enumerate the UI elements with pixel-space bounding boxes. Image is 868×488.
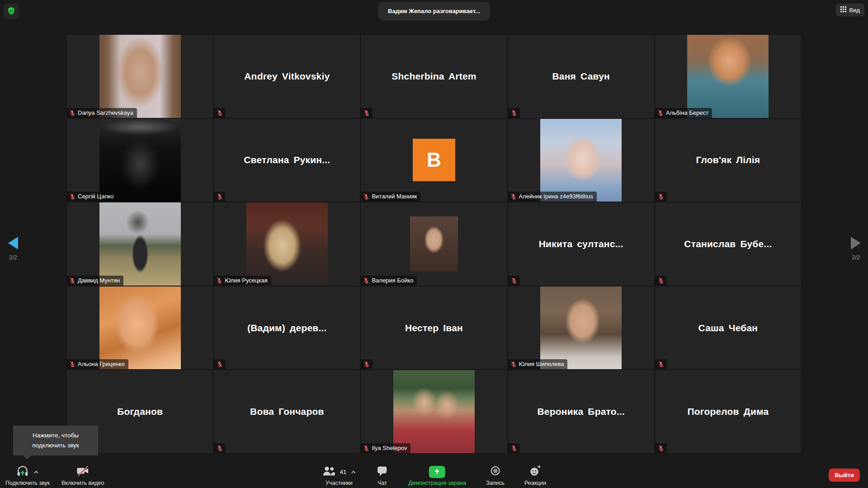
active-speaker-indicator: Вадим Жепало разговаривает... <box>378 2 490 20</box>
participant-tile[interactable]: Саша Чебан <box>655 286 801 370</box>
view-button[interactable]: Вид <box>836 4 864 16</box>
participant-video <box>540 119 622 202</box>
participant-tile[interactable]: Альона Гриценко <box>67 286 213 370</box>
muted-mic-icon <box>658 193 664 200</box>
start-video-label: Включить видео <box>61 480 104 486</box>
participant-tile[interactable]: Shcherbina Artem <box>361 35 507 118</box>
participant-name: Shcherbina Artem <box>361 35 507 118</box>
participant-video <box>410 216 458 272</box>
reactions-smiley-icon <box>529 465 542 479</box>
chat-button[interactable]: Чат <box>376 465 388 488</box>
participant-tile[interactable]: Нестер Іван <box>361 286 507 370</box>
next-page-arrow-icon[interactable] <box>851 237 861 249</box>
muted-mic-icon <box>511 445 517 451</box>
participant-name: Даввид Мунтян <box>78 277 120 284</box>
participant-name-tag: Юлия Шипелева <box>508 359 568 369</box>
muted-mic-badge <box>214 443 226 453</box>
participant-name-tag: Валерия Бойко <box>361 276 417 286</box>
participant-name-tag: Виталий Манияк <box>361 192 420 202</box>
participant-tile[interactable]: Альбіна Берест <box>655 35 801 118</box>
muted-mic-badge <box>214 359 226 369</box>
participant-video <box>99 35 181 118</box>
muted-mic-icon <box>217 445 223 451</box>
participant-name: Альбіна Берест <box>666 109 708 117</box>
participant-tile[interactable]: ВВиталий Манияк <box>361 119 507 202</box>
muted-mic-icon <box>69 277 75 284</box>
muted-mic-icon <box>217 361 223 367</box>
participant-tile[interactable]: Глов'як Лілія <box>655 119 801 202</box>
participant-name: Никита султанс... <box>508 202 654 286</box>
participant-name: Станислав Бубе... <box>655 202 801 286</box>
muted-mic-icon <box>658 445 664 451</box>
muted-mic-icon <box>363 110 370 116</box>
participant-name: Алейник Ірина z4e93f6t8ius <box>519 193 593 200</box>
participant-video <box>99 286 181 370</box>
muted-mic-icon <box>658 361 664 367</box>
muted-mic-icon <box>216 277 222 284</box>
participant-name: Глов'як Лілія <box>655 119 801 202</box>
audio-options-chevron-icon[interactable] <box>33 468 39 476</box>
start-video-button[interactable]: Включить видео <box>61 465 104 488</box>
muted-mic-badge <box>214 192 226 202</box>
participant-name-tag: Альона Гриценко <box>67 359 128 369</box>
participant-tile[interactable]: Юлия Шипелева <box>508 286 654 370</box>
participant-tile[interactable]: Светлана Рукин... <box>214 119 360 202</box>
security-shield-button[interactable] <box>4 4 19 19</box>
page-indicator-left: 2/2 <box>6 254 20 261</box>
participants-icon <box>322 465 335 479</box>
participant-tile[interactable]: Ваня Савун <box>508 35 654 118</box>
participant-name: Ilya Shelepov <box>372 445 407 452</box>
join-audio-button[interactable]: Подключить звук <box>5 465 50 488</box>
participant-name-tag: Ilya Shelepov <box>361 443 410 453</box>
participant-tile[interactable]: Погорелов Дима <box>655 370 801 453</box>
leave-meeting-button[interactable]: Выйти <box>829 469 860 482</box>
participant-tile[interactable]: (Вадим) дерев... <box>214 286 360 370</box>
record-icon <box>489 465 501 479</box>
participant-tile[interactable]: Andrey Vitkovskiy <box>214 35 360 118</box>
participant-name: Юлия Русецкая <box>225 277 268 284</box>
participant-name-tag: Алейник Ірина z4e93f6t8ius <box>508 192 597 202</box>
participant-name: Альона Гриценко <box>78 361 125 368</box>
participant-name: Andrey Vitkovskiy <box>214 35 360 118</box>
gallery-prev-page: 2/2 <box>6 237 20 261</box>
muted-mic-icon <box>510 361 517 367</box>
record-label: Запись <box>486 480 505 486</box>
join-audio-tooltip: Нажмите, чтобы подключить звук <box>13 426 98 455</box>
participant-tile[interactable]: Алейник Ірина z4e93f6t8ius <box>508 119 654 202</box>
participant-name: Юлия Шипелева <box>519 361 564 368</box>
participant-name-tag: Альбіна Берест <box>655 108 712 118</box>
participant-tile[interactable]: Ilya Shelepov <box>361 370 507 453</box>
participant-tile[interactable]: Dariya Sarzhevskaya <box>67 35 213 118</box>
muted-mic-badge <box>655 443 667 453</box>
participant-tile[interactable]: Даввид Мунтян <box>67 202 213 286</box>
participant-avatar: В <box>413 139 455 181</box>
share-screen-icon <box>429 466 445 478</box>
participant-tile[interactable]: Юлия Русецкая <box>214 202 360 286</box>
participant-tile[interactable]: Вова Гончаров <box>214 370 360 453</box>
participants-button[interactable]: 41 Участники <box>322 465 356 488</box>
participant-tile[interactable]: Валерия Бойко <box>361 202 507 286</box>
participant-tile[interactable]: Сергій Цапко <box>67 119 213 202</box>
participant-tile[interactable]: Никита султанс... <box>508 202 654 286</box>
muted-mic-badge <box>655 276 667 286</box>
share-screen-button[interactable]: Демонстрация экрана <box>408 465 466 488</box>
participant-video <box>99 119 181 202</box>
participants-chevron-icon[interactable] <box>351 468 356 476</box>
participant-tile[interactable]: Вероника Брато... <box>508 370 654 453</box>
participants-label: Участники <box>326 480 353 486</box>
participant-name: Нестер Іван <box>361 286 507 370</box>
participant-tile[interactable]: Станислав Бубе... <box>655 202 801 286</box>
tooltip-line-1: Нажмите, чтобы <box>17 431 94 441</box>
prev-page-arrow-icon[interactable] <box>8 237 18 249</box>
participant-name-tag: Юлия Русецкая <box>214 276 271 286</box>
muted-mic-icon <box>69 193 75 200</box>
muted-mic-badge <box>655 359 667 369</box>
record-button[interactable]: Запись <box>486 465 505 488</box>
muted-mic-icon <box>363 361 370 367</box>
participant-name-tag: Даввид Мунтян <box>67 276 123 286</box>
muted-mic-icon <box>511 277 517 284</box>
meeting-window: Вадим Жепало разговаривает... Вид Dariya… <box>0 0 868 488</box>
reactions-button[interactable]: Реакции <box>524 465 546 488</box>
muted-mic-badge <box>508 276 520 286</box>
video-off-icon <box>76 465 90 479</box>
